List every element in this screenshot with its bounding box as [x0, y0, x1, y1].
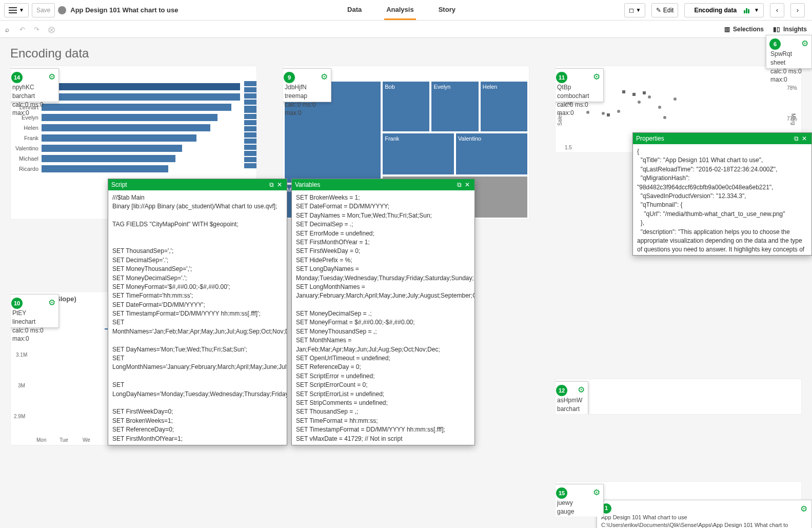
chevron-right-icon: › — [797, 7, 799, 14]
overlay-gauge: 15 ⚙ juewy gauge calc:0 ms:0 max:0 — [555, 484, 604, 517]
tm-evelyn[interactable]: Evelyn — [431, 81, 479, 132]
gear-icon[interactable]: ⚙ — [578, 385, 585, 395]
gear-icon[interactable]: ⚙ — [321, 72, 328, 82]
tm-frank[interactable]: Frank — [382, 133, 454, 175]
close-icon[interactable]: ✕ — [800, 135, 808, 142]
overlay-lengths: 14 ⚙ npyhKC barchart calc:0 ms:0 max:0 — [10, 68, 59, 102]
overlay-stats: calc:0 ms:0 max:0 — [770, 67, 807, 85]
bar-row[interactable]: Michael — [15, 155, 240, 162]
window-header[interactable]: Properties ⧉ ✕ — [633, 133, 811, 144]
bar-label: Ricardo — [15, 166, 38, 172]
bar-row[interactable]: Helen — [15, 124, 240, 131]
overlay-id: npyhKC — [12, 83, 54, 92]
right-tools: ◻▼ ✎ Edit Encoding data ▼ ‹ › — [624, 3, 808, 17]
clear-selections-icon[interactable]: ⨂ — [48, 26, 56, 33]
window-header[interactable]: Variables ⧉ ✕ — [292, 179, 474, 190]
overlay-badge: 14 — [11, 72, 23, 83]
overlay-badge: 10 — [11, 298, 23, 309]
step-back-icon[interactable]: ↶ — [19, 26, 28, 33]
sheet-selector[interactable]: Encoding data ▼ — [684, 3, 764, 17]
chart-title: Color — [556, 379, 801, 393]
bookmark-icon: ◻ — [629, 7, 634, 14]
ytick: 77% — [787, 116, 797, 122]
bar-row[interactable]: Frank — [15, 134, 240, 142]
bar-label: Helen — [15, 125, 38, 131]
copy-icon[interactable]: ⧉ — [455, 181, 463, 188]
tab-data[interactable]: Data — [345, 1, 364, 20]
overlay-sheet: 6 ⚙ SpwRqt sheet calc:0 ms:0 max:0 — [766, 35, 812, 69]
smart-search-icon[interactable]: ⌕ — [5, 26, 13, 33]
overlay-area: 9 ⚙ JdbHjfN treemap calc:0 ms:0 max:0 — [283, 68, 331, 102]
gear-icon[interactable]: ⚙ — [48, 298, 55, 307]
insights-tool[interactable]: ▮▯ Insights — [773, 26, 807, 33]
bar-row[interactable]: Valentino — [15, 145, 240, 152]
pencil-icon: ✎ — [656, 7, 661, 14]
page-title: Encoding data — [0, 38, 812, 66]
hamburger-icon — [9, 7, 17, 13]
script-window[interactable]: Script ⧉ ✕ ///$tab Main Binary [lib://Ap… — [108, 179, 287, 445]
overlay-badge: 12 — [556, 385, 567, 396]
copy-icon[interactable]: ⧉ — [267, 181, 275, 188]
bar-label: Frank — [15, 135, 38, 141]
sheet-thumb-icon — [744, 7, 752, 13]
menu-button[interactable]: ▼ — [4, 3, 29, 17]
window-body[interactable]: SET BrokenWeeks = 1; SET DateFormat = DD… — [292, 190, 474, 445]
gear-icon[interactable]: ⚙ — [593, 72, 600, 82]
variables-window[interactable]: Variables ⧉ ✕ SET BrokenWeeks = 1; SET D… — [291, 179, 475, 445]
overlay-stats: calc:0 ms:0 max:0 — [12, 326, 54, 344]
overlay-stats: calc:0 ms:0 max:0 — [557, 516, 599, 517]
overlay-badge: 9 — [284, 72, 295, 83]
chevron-down-icon: ▼ — [754, 7, 759, 13]
overlay-id: PtEY — [12, 309, 54, 318]
tab-analysis[interactable]: Analysis — [384, 1, 415, 20]
chart-color[interactable]: Color 12 ⚙ asHpmW barchart calc:0 ms — [555, 379, 802, 415]
gear-icon[interactable]: ⚙ — [48, 72, 55, 82]
window-title: Script — [111, 181, 267, 188]
gear-icon[interactable]: ⚙ — [800, 503, 807, 515]
window-body[interactable]: { "qTitle": "App Design 101 What chart t… — [633, 144, 811, 255]
overlay-stats: calc:0 ms:0 max:0 — [557, 101, 599, 118]
tab-story[interactable]: Story — [437, 1, 458, 20]
app-icon — [58, 6, 66, 14]
step-forward-icon[interactable]: ↷ — [34, 26, 42, 33]
selections-tool[interactable]: ▥ Selections — [724, 26, 764, 33]
selections-bar: ⌕ ↶ ↷ ⨂ ▥ Selections ▮▯ Insights — [0, 21, 812, 38]
gear-icon[interactable]: ⚙ — [801, 38, 808, 48]
save-button[interactable]: Save — [32, 3, 55, 17]
ytick: 1.5 — [565, 145, 572, 150]
selections-label: Selections — [733, 26, 764, 33]
window-header[interactable]: Script ⧉ ✕ — [108, 179, 287, 190]
overlay-color: 12 ⚙ asHpmW barchart calc:0 ms — [555, 381, 588, 415]
overlay-id: asHpmW — [557, 396, 584, 405]
properties-window[interactable]: Properties ⧉ ✕ { "qTitle": "App Design 1… — [632, 132, 812, 256]
sheet-name: Encoding data — [689, 7, 742, 14]
footer-app-name: App Design 101 What chart to use — [601, 514, 807, 521]
bar-row[interactable]: Ricardo — [15, 165, 240, 172]
app-info-footer: 1 ⚙ App Design 101 What chart to use C:\… — [597, 500, 812, 528]
bookmark-button[interactable]: ◻▼ — [624, 3, 645, 17]
window-body[interactable]: ///$tab Main Binary [lib://App Binary (a… — [108, 190, 287, 445]
gear-icon[interactable]: ⚙ — [593, 487, 600, 497]
tm-valentino[interactable]: Valentino — [455, 133, 528, 175]
bar-label: Michael — [15, 155, 38, 162]
insights-icon: ▮▯ — [773, 26, 780, 33]
prev-sheet-button[interactable]: ‹ — [770, 3, 784, 17]
close-icon[interactable]: ✕ — [463, 181, 471, 188]
edit-button[interactable]: ✎ Edit — [651, 3, 678, 17]
window-title: Variables — [295, 181, 455, 188]
chevron-down-icon: ▼ — [636, 7, 641, 13]
overlay-stats: calc:0 ms:0 max:0 — [285, 101, 327, 118]
window-title: Properties — [636, 135, 792, 142]
tm-bob[interactable]: Bob — [382, 81, 430, 132]
chevron-down-icon: ▼ — [19, 7, 24, 13]
next-sheet-button[interactable]: › — [790, 3, 805, 17]
overlay-badge: 6 — [769, 38, 781, 50]
bar-label: Valentino — [15, 145, 38, 151]
overlay-type: treemap — [285, 92, 327, 101]
tm-helen[interactable]: Helen — [480, 81, 528, 132]
overlay-badge: 11 — [556, 72, 567, 83]
overlay-id: juewy — [557, 499, 599, 507]
close-icon[interactable]: ✕ — [275, 181, 284, 188]
copy-icon[interactable]: ⧉ — [792, 135, 800, 142]
app-title: App Design 101 What chart to use — [70, 6, 178, 14]
